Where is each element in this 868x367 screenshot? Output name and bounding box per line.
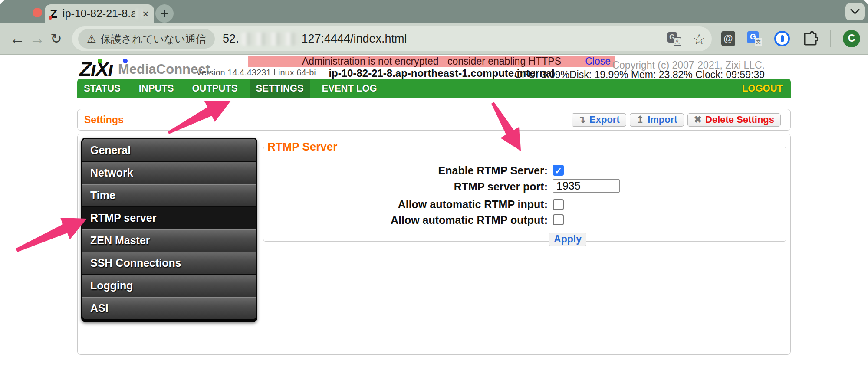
security-chip[interactable]: ⚠ 保護されていない通信 bbox=[78, 29, 215, 49]
browser-window: Z ip-10-82-21-8.ap-northeast- × + ← → ↻ … bbox=[0, 0, 868, 367]
nav-settings[interactable]: SETTINGS bbox=[250, 79, 310, 98]
logo-green-dot bbox=[98, 59, 102, 63]
rtmp-server-legend: RTMP Server bbox=[265, 140, 339, 154]
url-redaction bbox=[241, 33, 299, 46]
export-button[interactable]: ↴ Export bbox=[572, 113, 626, 127]
tab-title: ip-10-82-21-8.ap-northeast- bbox=[62, 7, 135, 20]
nav-outputs[interactable]: OUTPUTS bbox=[185, 79, 244, 98]
auto-rtmp-output-checkbox[interactable] bbox=[553, 214, 564, 225]
reload-icon: ↻ bbox=[50, 30, 62, 47]
zixi-favicon-icon: Z bbox=[50, 7, 57, 21]
google-translate-extension-icon[interactable]: G 文 bbox=[747, 31, 762, 46]
reload-button[interactable]: ↻ bbox=[50, 23, 62, 54]
profile-avatar[interactable]: C bbox=[843, 30, 860, 47]
url-suffix: 127:4444/index.html bbox=[301, 32, 407, 46]
auto-rtmp-input-label: Allow automatic RTMP input: bbox=[361, 198, 548, 211]
zixi-logo: ZıXı bbox=[79, 57, 112, 81]
logout-button[interactable]: LOGOUT bbox=[734, 79, 791, 98]
version-label: Version 14.4.43231 Linux 64-bit bbox=[196, 68, 318, 78]
banner-close-link[interactable]: Close bbox=[585, 56, 611, 67]
menu-logging[interactable]: Logging bbox=[82, 274, 256, 297]
nav-event-log[interactable]: EVENT LOG bbox=[316, 79, 384, 98]
https-warning-banner: Administration is not encrypted - consid… bbox=[248, 56, 615, 67]
auto-rtmp-input-checkbox[interactable] bbox=[553, 199, 564, 210]
nav-status[interactable]: STATUS bbox=[77, 79, 127, 98]
nav-inputs[interactable]: INPUTS bbox=[132, 79, 181, 98]
enable-rtmp-label: Enable RTMP Server: bbox=[361, 164, 548, 177]
settings-content: General Network Time RTMP server ZEN Mas… bbox=[77, 134, 791, 355]
back-icon: ← bbox=[10, 29, 25, 48]
extensions-puzzle-icon[interactable] bbox=[802, 31, 818, 46]
warning-icon: ⚠ bbox=[87, 33, 96, 45]
menu-rtmp-server[interactable]: RTMP server bbox=[82, 206, 256, 229]
plus-icon: + bbox=[161, 6, 169, 22]
security-chip-label: 保護されていない通信 bbox=[101, 32, 206, 46]
menu-network[interactable]: Network bbox=[82, 161, 256, 184]
extensions-row: @ G 文 C ⋮ bbox=[721, 23, 868, 54]
at-extension-icon[interactable]: @ bbox=[721, 31, 735, 46]
menu-asi[interactable]: ASI bbox=[82, 297, 256, 319]
tab-strip: Z ip-10-82-21-8.ap-northeast- × + bbox=[0, 0, 868, 23]
web-page: ZıXı MediaConnect Version 14.4.43231 Lin… bbox=[0, 56, 868, 367]
main-nav: STATUS INPUTS OUTPUTS SETTINGS EVENT LOG… bbox=[77, 79, 791, 98]
import-button[interactable]: ↥ Import bbox=[630, 113, 684, 127]
settings-actions: ↴ Export ↥ Import ✖ Delete Settings bbox=[572, 113, 781, 127]
page-title: Settings bbox=[84, 114, 124, 126]
settings-menu: General Network Time RTMP server ZEN Mas… bbox=[81, 138, 257, 322]
mac-close-button[interactable] bbox=[33, 8, 42, 17]
menu-ssh-connections[interactable]: SSH Connections bbox=[82, 252, 256, 274]
enable-rtmp-checkbox[interactable]: ✓ bbox=[553, 165, 564, 176]
delete-icon: ✖ bbox=[694, 114, 702, 125]
menu-general[interactable]: General bbox=[82, 139, 256, 161]
rtmp-port-input[interactable] bbox=[553, 179, 620, 193]
toolbar-separator bbox=[830, 30, 831, 47]
onepassword-extension-icon[interactable] bbox=[774, 31, 790, 46]
export-icon: ↴ bbox=[578, 114, 586, 125]
delete-settings-button[interactable]: ✖ Delete Settings bbox=[687, 113, 781, 127]
new-tab-button[interactable]: + bbox=[155, 4, 174, 23]
menu-zen-master[interactable]: ZEN Master bbox=[82, 229, 256, 252]
forward-icon: → bbox=[30, 29, 45, 48]
tab-title-redaction bbox=[136, 9, 142, 19]
browser-toolbar: ← → ↻ ⚠ 保護されていない通信 52. 127:4444/index.ht… bbox=[0, 23, 868, 55]
auto-rtmp-output-label: Allow automatic RTMP output: bbox=[361, 214, 548, 226]
url-prefix: 52. bbox=[223, 32, 239, 46]
bookmark-star-icon[interactable]: ☆ bbox=[693, 32, 706, 46]
apply-button[interactable]: Apply bbox=[549, 233, 586, 246]
settings-title-bar: Settings ↴ Export ↥ Import ✖ Delete Sett… bbox=[77, 109, 791, 131]
rtmp-server-fieldset: RTMP Server Enable RTMP Server: ✓ RTMP s… bbox=[263, 140, 786, 242]
banner-text: Administration is not encrypted - consid… bbox=[302, 56, 561, 67]
forward-button[interactable]: → bbox=[30, 23, 45, 54]
back-button[interactable]: ← bbox=[10, 23, 25, 54]
address-bar[interactable]: ⚠ 保護されていない通信 52. 127:4444/index.html G 文… bbox=[72, 26, 712, 51]
browser-tab[interactable]: Z ip-10-82-21-8.ap-northeast- × bbox=[45, 4, 154, 23]
tab-close-icon[interactable]: × bbox=[142, 8, 149, 20]
rtmp-port-label: RTMP server port: bbox=[361, 180, 548, 193]
menu-time[interactable]: Time bbox=[82, 184, 256, 206]
import-icon: ↥ bbox=[636, 114, 644, 125]
tab-search-button[interactable] bbox=[845, 3, 865, 20]
translate-page-icon[interactable]: G 文 bbox=[667, 32, 681, 46]
chevron-down-icon bbox=[850, 9, 860, 15]
